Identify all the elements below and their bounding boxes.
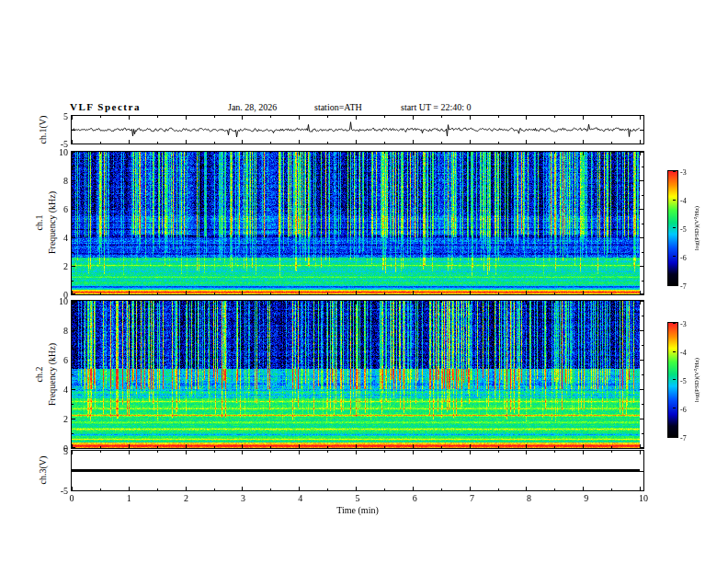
axis-tick	[470, 152, 471, 155]
axis-tick	[327, 451, 328, 453]
axis-tick	[673, 408, 676, 408]
axis-tick	[72, 447, 75, 448]
axis-tick	[413, 444, 414, 448]
axis-tick	[441, 152, 442, 154]
axis-tick	[72, 345, 74, 346]
axis-tick	[214, 152, 215, 154]
axis-tick	[186, 301, 187, 304]
ch1-voltage-axis-label: ch.1(V)	[38, 116, 48, 144]
axis-tick	[640, 451, 641, 454]
axis-tick	[642, 374, 643, 375]
axis-tick	[642, 316, 643, 316]
axis-tick	[327, 293, 328, 294]
ch1v-tick-label: -5	[51, 139, 68, 149]
figure-station: station=ATH	[314, 102, 362, 112]
axis-tick	[100, 488, 101, 490]
colorbar-tick-label: -7	[680, 282, 695, 292]
axis-tick	[583, 451, 584, 454]
axis-tick	[554, 293, 555, 294]
axis-tick	[214, 301, 215, 303]
axis-tick	[72, 451, 73, 454]
axis-tick	[214, 116, 215, 118]
axis-tick	[640, 180, 643, 181]
axis-tick	[498, 152, 499, 154]
axis-tick	[270, 451, 271, 453]
axis-tick	[242, 444, 243, 448]
axis-tick	[72, 404, 74, 405]
axis-tick	[72, 487, 73, 490]
axis-tick	[299, 487, 300, 490]
axis-tick	[640, 471, 643, 472]
axis-tick	[554, 488, 555, 490]
ch2-frequency-axis-label: Frequency (kHz)	[47, 343, 57, 406]
axis-tick	[214, 446, 215, 448]
freq-tick-label: 2	[51, 261, 68, 271]
axis-tick	[299, 451, 300, 454]
axis-tick	[72, 209, 75, 210]
axis-tick	[413, 451, 414, 454]
axis-tick	[526, 444, 527, 448]
axis-tick	[673, 379, 676, 380]
axis-tick	[129, 291, 130, 294]
axis-tick	[129, 152, 130, 155]
colorbar-tick-label: -5	[680, 376, 695, 386]
axis-tick	[270, 446, 271, 448]
axis-tick	[100, 446, 101, 448]
axis-tick	[157, 488, 158, 490]
axis-tick	[640, 330, 643, 331]
axis-tick	[270, 142, 271, 144]
freq-tick-label: 6	[51, 355, 68, 365]
axis-tick	[270, 116, 271, 118]
colorbar-tick-label: -5	[680, 224, 695, 235]
axis-tick	[186, 291, 187, 294]
axis-tick	[72, 419, 75, 419]
axis-tick	[270, 488, 271, 490]
axis-tick	[384, 488, 385, 490]
axis-tick	[299, 116, 300, 120]
axis-tick	[642, 167, 643, 167]
axis-tick	[72, 152, 75, 153]
axis-tick	[100, 451, 101, 453]
x-tick-label: 6	[405, 493, 424, 503]
axis-tick	[673, 323, 676, 324]
axis-tick	[327, 488, 328, 490]
axis-tick	[583, 291, 584, 294]
axis-tick	[583, 301, 584, 304]
axis-tick	[356, 140, 357, 144]
axis-tick	[72, 130, 75, 131]
axis-tick	[356, 152, 357, 155]
freq-tick-label: 6	[51, 204, 68, 214]
axis-tick	[356, 291, 357, 294]
x-tick-label: 5	[348, 493, 367, 503]
freq-tick-label: 10	[51, 296, 68, 306]
ch2-spectrogram-canvas	[72, 301, 643, 448]
axis-tick	[642, 404, 643, 405]
axis-tick	[470, 301, 471, 304]
axis-tick	[299, 444, 300, 448]
axis-tick	[186, 116, 187, 120]
axis-tick	[384, 293, 385, 294]
colorbar-ch1	[667, 170, 678, 286]
axis-tick	[100, 116, 101, 118]
axis-tick	[554, 116, 555, 118]
ch1-spectrogram-channel-label: ch.1	[34, 215, 44, 231]
axis-tick	[640, 266, 643, 267]
axis-tick	[413, 152, 414, 155]
axis-tick	[100, 152, 101, 154]
axis-tick	[299, 152, 300, 155]
axis-tick	[72, 167, 74, 167]
axis-tick	[611, 451, 612, 453]
x-tick-label: 3	[234, 493, 253, 503]
axis-tick	[642, 195, 643, 196]
axis-tick	[611, 152, 612, 154]
axis-tick	[157, 152, 158, 154]
axis-tick	[673, 227, 676, 228]
axis-tick	[242, 116, 243, 120]
axis-tick	[470, 487, 471, 490]
axis-tick	[384, 451, 385, 453]
axis-tick	[413, 291, 414, 294]
axis-tick	[242, 140, 243, 144]
axis-tick	[583, 140, 584, 144]
axis-tick	[640, 140, 641, 144]
axis-tick	[384, 301, 385, 303]
